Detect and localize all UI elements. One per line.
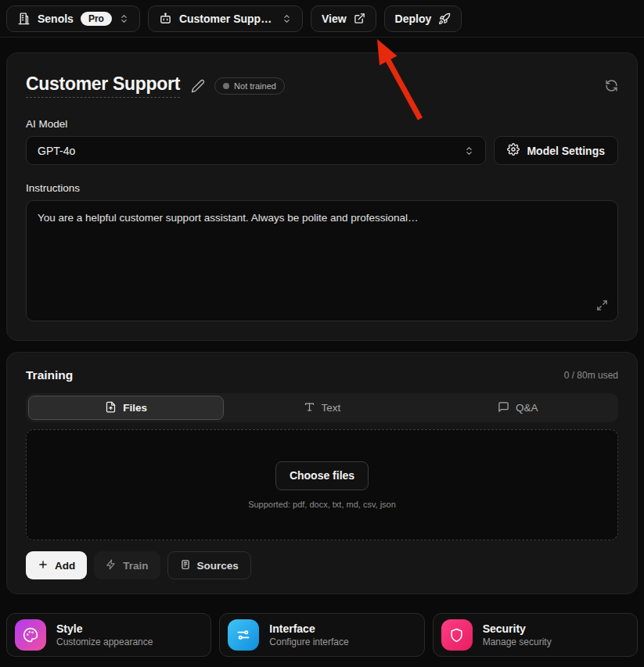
- chat-icon: [498, 401, 509, 415]
- app-window: Senols Pro Customer Supp… View Deploy: [0, 0, 644, 667]
- agent-title: Customer Support: [26, 74, 180, 98]
- tab-qa-label: Q&A: [516, 402, 538, 414]
- file-dropzone[interactable]: Choose files Supported: pdf, docx, txt, …: [26, 429, 618, 540]
- agent-switcher[interactable]: Customer Supp…: [148, 5, 303, 32]
- zap-icon: [106, 559, 117, 572]
- sliders-icon: [228, 619, 259, 651]
- interface-card[interactable]: Interface Configure interface: [219, 613, 424, 657]
- chevrons-updown-icon: [282, 13, 292, 24]
- chevrons-updown-icon: [464, 145, 474, 156]
- plus-icon: [38, 559, 49, 572]
- train-button[interactable]: Train: [94, 551, 160, 579]
- style-card-title: Style: [56, 622, 153, 635]
- train-label: Train: [123, 560, 148, 572]
- training-title: Training: [26, 368, 73, 382]
- document-icon: [180, 559, 191, 572]
- style-card-subtitle: Customize appearance: [56, 637, 153, 647]
- view-button[interactable]: View: [311, 5, 376, 32]
- instructions-label: Instructions: [26, 182, 618, 194]
- building-icon: [17, 12, 31, 25]
- robot-icon: [159, 12, 172, 25]
- agent-panel: Customer Support Not trained AI Model GP…: [6, 52, 638, 341]
- workspace-name: Senols: [38, 13, 74, 25]
- security-card[interactable]: Security Manage security: [433, 613, 638, 657]
- expand-icon[interactable]: [596, 299, 608, 311]
- tab-files[interactable]: Files: [28, 396, 224, 420]
- quick-settings-row: Style Customize appearance Interface Con…: [6, 613, 638, 657]
- instructions-value: You are a helpful customer support assis…: [38, 212, 419, 224]
- style-card-text: Style Customize appearance: [56, 622, 153, 647]
- security-card-text: Security Manage security: [483, 622, 552, 647]
- model-row: GPT-4o Model Settings: [26, 136, 618, 165]
- agent-selector-value: Customer Supp…: [179, 13, 272, 25]
- topbar: Senols Pro Customer Supp… View Deploy: [0, 0, 644, 38]
- model-settings-button[interactable]: Model Settings: [494, 136, 618, 165]
- add-label: Add: [55, 560, 75, 572]
- add-button[interactable]: Add: [26, 551, 87, 579]
- status-badge-label: Not trained: [234, 81, 276, 91]
- security-card-subtitle: Manage security: [483, 637, 552, 647]
- rocket-icon: [438, 13, 451, 25]
- deploy-label: Deploy: [395, 13, 432, 25]
- gear-icon: [507, 143, 520, 158]
- supported-formats-text: Supported: pdf, docx, txt, md, csv, json: [248, 500, 396, 509]
- text-icon: [304, 401, 315, 415]
- chevrons-updown-icon: [119, 13, 129, 24]
- tab-files-label: Files: [123, 402, 147, 414]
- status-dot: [223, 83, 229, 89]
- style-card[interactable]: Style Customize appearance: [6, 613, 211, 657]
- agent-title-row: Customer Support Not trained: [26, 74, 618, 98]
- instructions-textarea[interactable]: You are a helpful customer support assis…: [26, 200, 618, 321]
- palette-icon: [15, 619, 46, 651]
- training-tabs: Files Text Q&A: [26, 393, 618, 422]
- interface-card-text: Interface Configure interface: [269, 622, 348, 647]
- training-header: Training 0 / 80m used: [26, 368, 618, 382]
- model-settings-label: Model Settings: [527, 145, 605, 157]
- security-card-title: Security: [483, 622, 552, 635]
- model-label: AI Model: [26, 118, 618, 130]
- training-panel: Training 0 / 80m used Files Text Q&A: [6, 352, 638, 594]
- interface-card-subtitle: Configure interface: [269, 637, 348, 647]
- model-select-value: GPT-4o: [38, 145, 75, 157]
- workspace-switcher[interactable]: Senols Pro: [6, 5, 140, 32]
- file-upload-icon: [105, 401, 117, 415]
- shield-icon: [441, 619, 473, 651]
- external-link-icon: [354, 13, 365, 24]
- interface-card-title: Interface: [269, 622, 348, 635]
- tab-text[interactable]: Text: [224, 396, 419, 420]
- pencil-icon[interactable]: [191, 79, 205, 93]
- refresh-icon[interactable]: [605, 79, 618, 92]
- choose-files-button[interactable]: Choose files: [275, 461, 369, 490]
- tab-qa[interactable]: Q&A: [420, 396, 616, 420]
- deploy-button[interactable]: Deploy: [384, 5, 462, 32]
- view-label: View: [322, 13, 347, 25]
- usage-counter: 0 / 80m used: [564, 370, 618, 381]
- sources-label: Sources: [197, 560, 239, 572]
- status-badge: Not trained: [214, 77, 285, 95]
- tab-text-label: Text: [322, 402, 341, 414]
- model-select[interactable]: GPT-4o: [26, 136, 486, 165]
- sources-button[interactable]: Sources: [167, 551, 251, 579]
- training-actions: Add Train Sources: [26, 551, 618, 579]
- pro-badge: Pro: [81, 12, 112, 26]
